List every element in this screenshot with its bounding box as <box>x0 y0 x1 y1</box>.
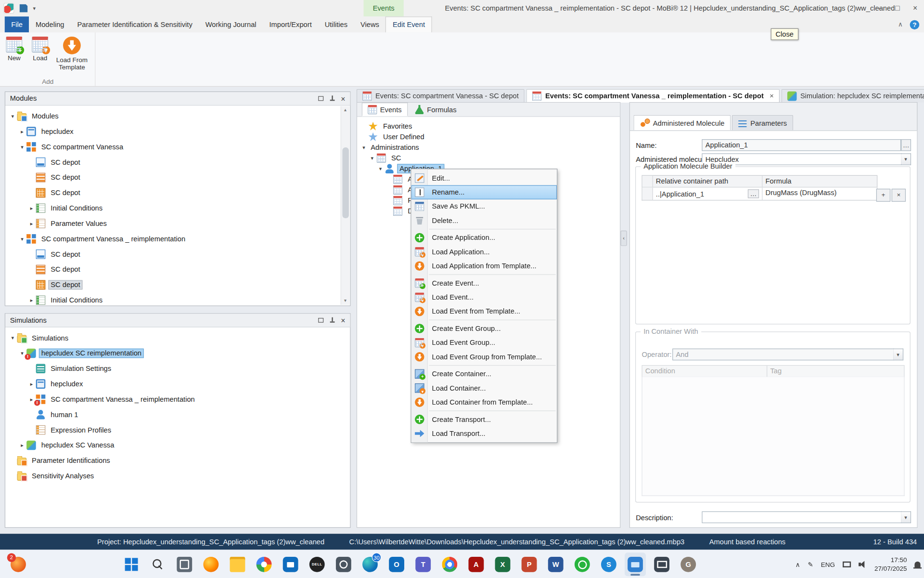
taskbar-gimp-icon[interactable]: G <box>678 552 699 576</box>
properties-tab-parameters[interactable]: Parameters <box>732 115 793 131</box>
expand-icon[interactable]: ▸ <box>18 442 26 448</box>
menu-item-load-container[interactable]: ▾Load Container... <box>411 381 557 395</box>
tree-item-sc-depot[interactable]: SC depot <box>6 247 341 262</box>
subtab-formulas[interactable]: Formulas <box>409 103 462 116</box>
ribbon-tab-parameter-identification-sensitivity[interactable]: Parameter Identification & Sensitivity <box>71 16 199 32</box>
taskbar-excel-icon[interactable]: X <box>492 552 513 576</box>
menu-item-create-event[interactable]: +Create Event... <box>411 276 557 290</box>
taskbar-firefox-icon[interactable] <box>200 552 221 576</box>
collapse-properties-button[interactable]: ‹ <box>620 231 627 246</box>
name-ellipsis-button[interactable]: … <box>901 139 911 151</box>
expand-icon[interactable]: ▸ <box>18 129 26 134</box>
save-icon[interactable] <box>19 4 27 13</box>
tree-item-initial-conditions[interactable]: ▸Initial Conditions <box>6 200 341 216</box>
properties-tab-administered-molecule[interactable]: Administered Molecule <box>633 115 731 131</box>
expand-icon[interactable]: ▸ <box>27 297 36 303</box>
tree-item-modules[interactable]: ▾Modules <box>6 108 341 124</box>
taskbar-camera-icon[interactable] <box>333 552 354 576</box>
taskbar-skype-icon[interactable]: S <box>598 552 619 576</box>
name-field[interactable]: Application_1 <box>702 139 901 151</box>
modules-scrollbar[interactable]: ▲ ▼ <box>341 106 349 305</box>
tree-item-sc-depot[interactable]: SC depot <box>6 185 341 200</box>
operator-select[interactable]: And <box>672 349 894 360</box>
pin-panel-icon[interactable] <box>330 95 335 101</box>
language-indicator[interactable]: ENG <box>821 561 835 568</box>
taskbar-edge-icon[interactable]: 30 <box>359 552 381 576</box>
taskbar-acrobat-icon[interactable]: A <box>465 552 487 576</box>
taskbar-task-view-icon[interactable] <box>174 552 195 576</box>
expand-icon[interactable]: ▸ <box>27 381 36 387</box>
document-tab-simulation-hepcludex-sc-reimplementation[interactable]: Simulation: hepcludex SC reimplementatio… <box>782 89 924 103</box>
menu-item-load-event-from-template[interactable]: Load Event from Template... <box>411 304 557 318</box>
ribbon-tab-import-export[interactable]: Import/Export <box>263 16 318 32</box>
path-ellipsis-button[interactable]: … <box>748 189 759 198</box>
volume-icon[interactable] <box>859 561 867 568</box>
expand-icon[interactable]: ▸ <box>27 205 36 211</box>
taskbar-photos-icon[interactable] <box>254 552 275 576</box>
tree-item-sc-compartment-vanessa[interactable]: ▾SC compartment Vanessa <box>6 139 341 155</box>
close-panel-icon[interactable]: × <box>341 95 345 103</box>
ribbon-tab-working-journal[interactable]: Working Journal <box>199 16 263 32</box>
clock[interactable]: 17:50 27/07/2025 <box>874 556 907 573</box>
collapse-icon[interactable]: ▾ <box>18 144 26 150</box>
menu-item-create-transport[interactable]: Create Transport... <box>411 412 557 426</box>
menu-item-load-application-from-template[interactable]: Load Application from Template... <box>411 259 557 273</box>
taskbar-outlook-icon[interactable]: O <box>386 552 407 576</box>
tree-item-human-1[interactable]: human 1 <box>6 407 341 422</box>
tree-item-hepcludex-sc-vanessa[interactable]: ▸hepcludex SC Vanessa <box>6 438 341 453</box>
tree-item-sc-depot[interactable]: SC depot <box>6 262 341 277</box>
maximize-button[interactable]: □ <box>889 0 907 16</box>
ribbon-tab-utilities[interactable]: Utilities <box>318 16 354 32</box>
expand-icon[interactable]: ▸ <box>27 221 36 226</box>
menu-item-rename[interactable]: Rename... <box>411 185 557 199</box>
taskbar-start-icon[interactable] <box>121 552 142 576</box>
taskbar-powerpoint-icon[interactable]: P <box>519 552 540 576</box>
remove-row-button[interactable]: × <box>892 189 906 202</box>
taskbar-word-icon[interactable]: W <box>545 552 566 576</box>
ribbon-tab-edit-event[interactable]: Edit Event <box>385 16 432 32</box>
tree-item-simulations[interactable]: ▾Simulations <box>6 330 341 346</box>
cell-relative-container-path[interactable]: ..|Application_1… <box>653 187 763 200</box>
tree-item-user-defined[interactable]: User Defined <box>357 131 620 142</box>
menu-item-load-transport[interactable]: Load Transport... <box>411 426 557 440</box>
minimize-button[interactable]: – <box>871 0 889 16</box>
taskbar-file-explorer-icon[interactable] <box>227 552 248 576</box>
ribbon-tab-file[interactable]: File <box>5 16 29 32</box>
operator-dropdown-icon[interactable]: ▾ <box>893 349 903 360</box>
menu-item-load-event-group-from-template[interactable]: Load Event Group from Template... <box>411 350 557 364</box>
column-header-formula[interactable]: Formula <box>762 176 877 187</box>
tree-item-favorites[interactable]: Favorites <box>357 121 620 131</box>
tree-item-sc-compartment-vanessa-reimplementation[interactable]: ▾SC compartment Vanessa _ reimplementati… <box>6 231 341 247</box>
document-tab-events-sc-compartment-vanessa-reimplementa[interactable]: Events: SC compartment Vanessa _ reimple… <box>526 89 780 103</box>
menu-item-delete[interactable]: Delete... <box>411 213 557 227</box>
pen-icon[interactable]: ✎ <box>808 561 813 568</box>
tree-item-sc-depot[interactable]: SC depot <box>6 155 341 170</box>
tree-item-simulation-settings[interactable]: Simulation Settings <box>6 361 341 376</box>
menu-item-load-event[interactable]: ▾Load Event... <box>411 290 557 304</box>
tree-item-hepcludex[interactable]: ▸hepcludex <box>6 124 341 139</box>
description-dropdown-icon[interactable]: ▾ <box>901 512 911 523</box>
taskbar-teams-icon[interactable]: T <box>412 552 434 576</box>
pin-panel-icon[interactable] <box>330 317 335 323</box>
menu-item-create-container[interactable]: +Create Container... <box>411 367 557 381</box>
maximize-panel-icon[interactable] <box>319 96 324 101</box>
column-header-relative-container-path[interactable]: Relative container path <box>653 176 763 187</box>
tree-item-administrations[interactable]: ▾Administrations <box>357 142 620 153</box>
taskbar-dell-icon[interactable]: DELL <box>307 552 328 576</box>
taskbar-store-icon[interactable] <box>280 552 301 576</box>
taskbar-corner-widget[interactable]: 2 <box>8 554 28 575</box>
taskbar-remote-desktop-icon[interactable] <box>625 552 646 576</box>
ribbon-tab-views[interactable]: Views <box>354 16 385 32</box>
scrollbar-thumb[interactable] <box>342 147 348 218</box>
tree-item-sc-compartment-vanessa-reimplementation[interactable]: ▸!SC compartment Vanessa _ reimplementat… <box>6 392 341 407</box>
qat-dropdown-icon[interactable]: ▾ <box>33 5 36 11</box>
tree-item-initial-conditions[interactable]: ▸Initial Conditions <box>6 292 341 305</box>
tree-item-sensitivity-analyses[interactable]: Sensitivity Analyses <box>6 468 341 484</box>
menu-item-load-application[interactable]: ▾Load Application... <box>411 245 557 259</box>
close-button[interactable]: × <box>906 0 924 16</box>
tree-item-parameter-identifications[interactable]: Parameter Identifications <box>6 453 341 468</box>
cell-formula[interactable]: DrugMass (DrugMass) <box>762 187 877 200</box>
taskbar-chrome-icon[interactable] <box>439 552 460 576</box>
add-row-button[interactable]: + <box>876 189 890 202</box>
scroll-up-icon[interactable]: ▲ <box>343 106 347 114</box>
